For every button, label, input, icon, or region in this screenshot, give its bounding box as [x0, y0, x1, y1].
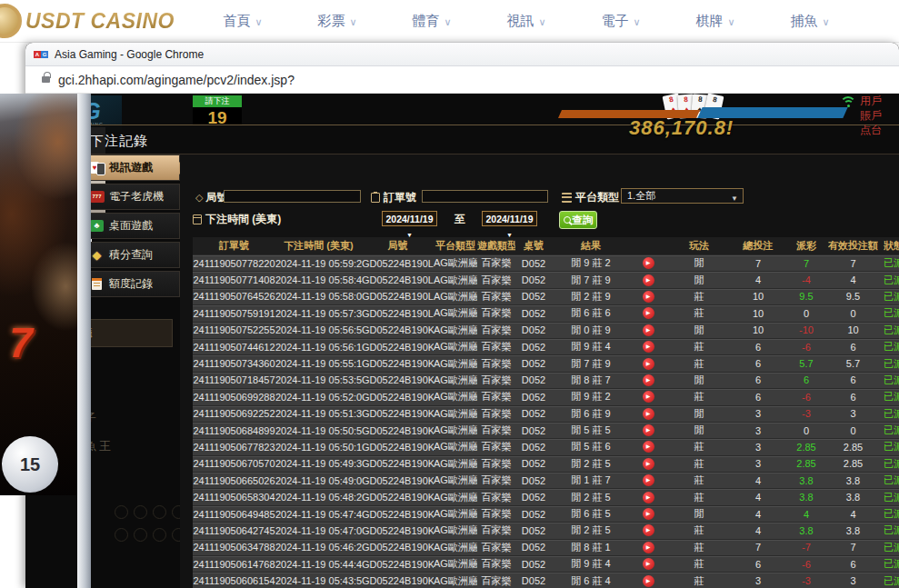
table-no-cell: D052 — [515, 525, 552, 536]
modal-sidebar-item-3[interactable]: ♣桌面遊戲 — [83, 213, 180, 239]
replay-button[interactable]: ▶ — [643, 391, 654, 403]
replay-button[interactable]: ▶ — [643, 257, 654, 269]
platform-cell: AG歐洲廳 — [434, 340, 477, 354]
window-title: Asia Gaming - Google Chrome — [55, 48, 204, 61]
result-cell: 閒 9 莊 4 — [552, 557, 630, 571]
platform-cell: AG歐洲廳 — [434, 473, 477, 487]
replay-button[interactable]: ▶ — [643, 307, 654, 319]
bet-time-cell: 2024-11-19 05:58:45 — [275, 274, 362, 285]
game-type-cell: 百家樂 — [477, 424, 515, 437]
game-type-cell: 百家樂 — [477, 274, 515, 287]
bet-time-cell: 2024-11-19 05:46:22 — [275, 542, 362, 553]
result-cell: 閒 2 莊 5 — [552, 491, 630, 504]
bet-time-cell: 2024-11-19 05:43:56 — [275, 575, 362, 586]
valid-bet-cell: 3.8 — [828, 475, 878, 486]
game-type-cell: 百家樂 — [477, 473, 515, 487]
platform-cell: AG歐洲廳 — [434, 256, 477, 270]
status-cell: 已派彩 — [878, 491, 899, 504]
replay-button[interactable]: ▶ — [643, 324, 654, 336]
replay-cell: ▶ — [630, 408, 666, 420]
replay-cell: ▶ — [630, 358, 666, 370]
status-cell: 已派彩 — [878, 274, 899, 287]
round-input[interactable] — [224, 190, 361, 203]
table-row: 2411190507184572024-11-19 05:53:57GD0522… — [193, 373, 899, 389]
window-titlebar[interactable]: AG Asia Gaming - Google Chrome — [25, 43, 899, 66]
date-to-picker[interactable]: 2024/11/19 ▼ — [482, 211, 537, 226]
payout-cell: 0 — [784, 308, 828, 319]
url-text[interactable]: gci.2hhapi.com/agingame/pcv2/index.jsp? — [58, 73, 295, 87]
order-input[interactable] — [422, 190, 548, 203]
platform-select[interactable]: 1.全部 ▼ — [621, 188, 744, 204]
table-row: 2411190506848992024-11-19 05:50:53GD0522… — [193, 423, 899, 439]
bet-time-cell: 2024-11-19 05:52:09 — [275, 392, 362, 403]
replay-button[interactable]: ▶ — [643, 492, 654, 503]
total-bet-cell: 4 — [732, 274, 784, 285]
replay-cell: ▶ — [630, 341, 666, 353]
cards-icon — [90, 162, 104, 174]
nav-item-7[interactable]: 捕魚∨ — [763, 13, 857, 30]
nav-item-5[interactable]: 電子∨ — [574, 13, 668, 30]
replay-button[interactable]: ▶ — [643, 274, 654, 286]
round-id-cell: GD05224B190KS — [362, 392, 434, 403]
column-header: 訂單號 — [193, 239, 275, 253]
modal-sidebar-item-2[interactable]: 777電子老虎機 — [83, 184, 180, 210]
replay-button[interactable]: ▶ — [643, 408, 654, 420]
replay-button[interactable]: ▶ — [643, 291, 654, 303]
replay-button[interactable]: ▶ — [643, 542, 654, 553]
nav-item-6[interactable]: 棋牌∨ — [668, 13, 763, 30]
order-id-cell: 241119050734360 — [193, 358, 275, 369]
slot-seven-graphic: 7 — [9, 318, 33, 367]
order-id-cell: 241119050665026 — [193, 475, 275, 486]
address-bar[interactable]: gci.2hhapi.com/agingame/pcv2/index.jsp? — [25, 66, 899, 94]
replay-button[interactable]: ▶ — [643, 524, 654, 536]
platform-cell: AG歐洲廳 — [434, 407, 477, 421]
search-button[interactable]: 查詢 — [559, 211, 597, 229]
status-cell: 已派彩 — [878, 306, 899, 320]
replay-button[interactable]: ▶ — [643, 441, 654, 453]
account-info-line: 賬戶 — [860, 108, 899, 123]
replay-button[interactable]: ▶ — [643, 424, 654, 436]
total-bet-cell: 4 — [732, 492, 784, 503]
column-header: 玩法 — [666, 239, 732, 253]
replay-button[interactable]: ▶ — [643, 341, 654, 353]
game-type-cell: 百家樂 — [477, 440, 515, 453]
nav-item-4[interactable]: 視訊∨ — [479, 13, 574, 30]
replay-button[interactable]: ▶ — [643, 575, 654, 587]
nav-item-3[interactable]: 體育∨ — [385, 13, 479, 30]
payout-cell: 5.7 — [784, 358, 828, 369]
replay-button[interactable]: ▶ — [643, 474, 654, 486]
game-type-cell: 百家樂 — [477, 390, 515, 404]
modal-sidebar-item-1[interactable]: 視訊遊戲 — [83, 154, 180, 181]
modal-sidebar-item-5[interactable]: 額度記錄 — [83, 271, 180, 297]
replay-cell: ▶ — [630, 324, 666, 336]
status-cell: 已派彩 — [878, 324, 899, 337]
table-row: 2411190506494852024-11-19 05:47:41GD0522… — [193, 506, 899, 523]
order-id-cell: 241119050692252 — [193, 408, 275, 419]
total-bet-cell: 6 — [732, 342, 784, 353]
replay-button[interactable]: ▶ — [643, 558, 654, 570]
replay-button[interactable]: ▶ — [643, 458, 654, 470]
nav-item-2[interactable]: 彩票∨ — [290, 13, 385, 30]
replay-button[interactable]: ▶ — [643, 358, 654, 370]
lock-icon[interactable] — [42, 76, 50, 83]
table-no-cell: D052 — [515, 258, 552, 269]
column-header: 狀態 — [878, 239, 899, 253]
modal-sidebar-item-4[interactable]: ◆積分查詢 — [83, 242, 180, 268]
replay-button[interactable]: ▶ — [643, 374, 654, 386]
order-id-cell: 241119050718457 — [193, 374, 275, 385]
status-cell: 已派彩 — [878, 507, 899, 521]
table-row: 2411190506061542024-11-19 05:43:56GD0522… — [193, 573, 899, 588]
nav-item-1[interactable]: 首頁∨ — [195, 13, 290, 30]
table-row: 2411190506347882024-11-19 05:46:22GD0522… — [193, 540, 899, 556]
platform-cell: AG歐洲廳 — [434, 324, 477, 337]
site-header: USDT CASINO 首頁∨彩票∨體育∨視訊∨電子∨棋牌∨捕魚∨ — [0, 0, 899, 43]
play-type-cell: 閒 — [666, 374, 732, 387]
status-cell: 已派彩 — [878, 557, 899, 571]
date-from-picker[interactable]: 2024/11/19 ▼ — [382, 211, 437, 226]
column-header: 桌號 — [515, 239, 552, 253]
result-cell: 閒 6 莊 4 — [552, 574, 630, 588]
search-icon — [564, 216, 571, 224]
bet-time-cell: 2024-11-19 05:44:41 — [275, 559, 362, 570]
replay-button[interactable]: ▶ — [643, 508, 654, 520]
round-id-cell: GD05224B190KQ — [362, 425, 434, 436]
